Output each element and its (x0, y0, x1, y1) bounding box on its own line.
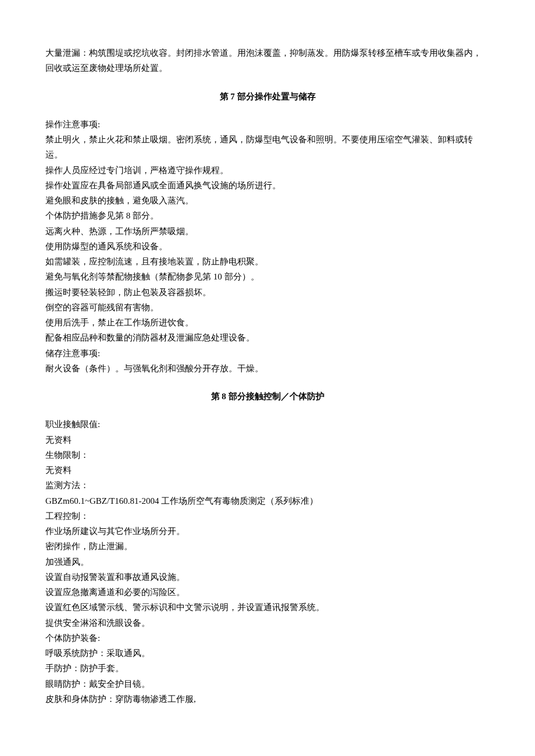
body-text: 禁止明火，禁止火花和禁止吸烟。密闭系统，通风，防爆型电气设备和照明。不要使用压缩… (45, 132, 490, 163)
body-text: 无资料 (45, 463, 490, 478)
body-text: 生物限制： (45, 447, 490, 463)
body-text: 使用后洗手，禁止在工作场所进饮食。 (45, 315, 490, 330)
body-text: 皮肤和身体防护：穿防毒物渗透工作服, (45, 691, 490, 707)
intro-paragraph: 大量泄漏：构筑围堤或挖坑收容。封闭排水管道。用泡沫覆盖，抑制蒸发。用防爆泵转移至… (45, 45, 490, 76)
body-text: 个体防护措施参见第 8 部分。 (45, 208, 490, 223)
body-text: GBZm60.1~GBZ/T160.81-2004 工作场所空气有毒物质测定（系… (45, 493, 490, 508)
body-text: 加强通风。 (45, 554, 490, 569)
body-text: 眼睛防护：戴安全护目镜。 (45, 676, 490, 691)
body-text: 提供安全淋浴和洗眼设备。 (45, 615, 490, 630)
section-7-heading: 第 7 部分操作处置与储存 (45, 89, 490, 104)
body-text: 作业场所建议与其它作业场所分开。 (45, 524, 490, 539)
body-text: 个体防护装备: (45, 630, 490, 646)
body-text: 工程控制： (45, 508, 490, 524)
body-text: 设置红色区域警示线、警示标识和中文警示说明，并设置通讯报警系统。 (45, 600, 490, 615)
body-text: 无资料 (45, 432, 490, 447)
body-text: 耐火设备（条件）。与强氧化剂和强酸分开存放。干燥。 (45, 361, 490, 376)
body-text: 避免与氧化剂等禁配物接触（禁配物参见第 10 部分）。 (45, 269, 490, 284)
body-text: 操作人员应经过专门培训，严格遵守操作规程。 (45, 163, 490, 178)
body-text: 使用防爆型的通风系统和设备。 (45, 239, 490, 254)
body-text: 手防护：防护手套。 (45, 661, 490, 676)
body-text: 如需罐装，应控制流速，且有接地装置，防止静电积聚。 (45, 254, 490, 269)
body-text: 监测方法： (45, 478, 490, 493)
body-text: 操作处置应在具备局部通风或全面通风换气设施的场所进行。 (45, 178, 490, 193)
body-text: 避免眼和皮肤的接触，避免吸入蒸汽。 (45, 193, 490, 208)
body-text: 设置应急撤离通道和必要的泻险区。 (45, 585, 490, 600)
body-text: 储存注意事项: (45, 346, 490, 361)
body-text: 职业接触限值: (45, 417, 490, 432)
body-text: 搬运时要轻装轻卸，防止包装及容器损坏。 (45, 285, 490, 300)
body-text: 远离火种、热源，工作场所严禁吸烟。 (45, 224, 490, 239)
body-text: 操作注意事项: (45, 117, 490, 132)
body-text: 呼吸系统防护：采取通风。 (45, 646, 490, 661)
body-text: 配备相应品种和数量的消防器材及泄漏应急处理设备。 (45, 330, 490, 345)
body-text: 倒空的容器可能残留有害物。 (45, 300, 490, 315)
section-8-heading: 第 8 部分接触控制／个体防护 (45, 389, 490, 404)
body-text: 设置自动报警装置和事故通风设施。 (45, 569, 490, 585)
body-text: 密闭操作，防止泄漏。 (45, 539, 490, 554)
